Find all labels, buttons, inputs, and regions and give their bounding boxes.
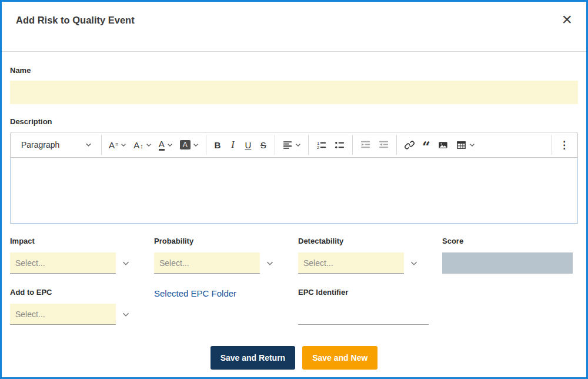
- impact-select-box: Select...: [10, 252, 116, 274]
- font-background-color-button[interactable]: A: [176, 135, 202, 154]
- heading-dropdown[interactable]: Paragraph: [15, 135, 98, 154]
- detectability-label: Detectability: [298, 237, 434, 245]
- editor-toolbar: Paragraph A≡ A↕ A A B I: [10, 132, 578, 158]
- impact-placeholder: Select...: [15, 258, 45, 268]
- probability-select-box: Select...: [154, 252, 260, 274]
- chevron-down-icon: [167, 143, 173, 147]
- fields-row-1: Impact Select... Probability Select... D…: [10, 237, 578, 274]
- name-label: Name: [10, 66, 578, 75]
- font-size-icon: A: [133, 140, 139, 150]
- insert-table-icon: [456, 139, 467, 151]
- bold-button[interactable]: B: [210, 135, 225, 154]
- overflow-icon: ⋮: [559, 140, 569, 150]
- block-quote-icon: “: [422, 144, 430, 150]
- epc-identifier-label: EPC Identifier: [298, 288, 434, 297]
- font-background-color-icon: A: [180, 140, 191, 149]
- link-icon: [404, 139, 415, 151]
- chevron-down-icon: [193, 143, 199, 147]
- epc-identifier-field: EPC Identifier: [298, 288, 434, 325]
- add-to-epc-select-box: Select...: [10, 304, 116, 325]
- rich-text-editor: Paragraph A≡ A↕ A A B I: [10, 132, 578, 224]
- chevron-down-icon: [146, 143, 152, 147]
- bulleted-list-button[interactable]: [330, 135, 349, 154]
- strikethrough-button[interactable]: S: [256, 135, 271, 154]
- chevron-down-icon: [122, 312, 130, 317]
- probability-label: Probability: [154, 237, 290, 245]
- epc-identifier-input[interactable]: [298, 304, 429, 325]
- chevron-down-icon: [121, 143, 126, 147]
- toolbar-separator: [552, 135, 552, 155]
- align-left-icon: [282, 139, 293, 150]
- toolbar-separator: [396, 135, 397, 155]
- probability-select[interactable]: Select...: [154, 252, 290, 274]
- font-family-button[interactable]: A≡: [105, 135, 130, 154]
- decrease-indent-icon: [378, 139, 389, 151]
- dialog-header: Add Risk to Quality Event ×: [2, 2, 586, 52]
- name-input[interactable]: [10, 81, 578, 104]
- increase-indent-icon: [360, 139, 371, 151]
- insert-table-button[interactable]: [452, 135, 479, 154]
- dialog-body: Name Description Paragraph A≡ A↕ A: [2, 52, 586, 370]
- numbered-list-icon: 12: [316, 139, 327, 151]
- font-size-marks: ↕: [140, 143, 143, 149]
- underline-icon: U: [245, 141, 251, 149]
- link-button[interactable]: [400, 135, 419, 154]
- score-label: Score: [442, 237, 578, 245]
- bulleted-list-icon: [334, 139, 345, 151]
- decrease-indent-button[interactable]: [375, 135, 393, 154]
- detectability-placeholder: Select...: [303, 258, 333, 268]
- font-color-button[interactable]: A: [155, 135, 176, 154]
- score-field: Score: [442, 237, 578, 274]
- fields-row-2: Add to EPC Select... Selected EPC Folder…: [10, 288, 578, 325]
- chevron-down-icon: [295, 143, 301, 147]
- detectability-select-box: Select...: [298, 252, 404, 274]
- row2-spacer: [442, 288, 578, 325]
- detectability-field: Detectability Select...: [298, 237, 434, 274]
- font-size-button[interactable]: A↕: [130, 135, 155, 154]
- font-color-icon: A: [159, 139, 165, 151]
- add-to-epc-select[interactable]: Select...: [10, 304, 146, 325]
- dialog-actions: Save and Return Save and New: [10, 346, 578, 370]
- impact-select[interactable]: Select...: [10, 252, 146, 274]
- toolbar-separator: [275, 135, 275, 155]
- svg-text:2: 2: [317, 145, 319, 150]
- italic-button[interactable]: I: [225, 135, 240, 154]
- insert-image-icon: [437, 139, 449, 151]
- probability-placeholder: Select...: [159, 258, 189, 268]
- editor-content[interactable]: [10, 158, 578, 224]
- chevron-down-icon: [85, 142, 92, 147]
- save-and-return-button[interactable]: Save and Return: [211, 346, 295, 370]
- page-title: Add Risk to Quality Event: [16, 15, 135, 26]
- toolbar-separator: [308, 135, 309, 155]
- text-alignment-button[interactable]: [279, 135, 305, 154]
- detectability-select[interactable]: Select...: [298, 252, 434, 274]
- toolbar-separator: [352, 135, 353, 155]
- score-value-box: [442, 252, 573, 274]
- toolbar-separator: [101, 135, 102, 155]
- insert-image-button[interactable]: [434, 135, 452, 154]
- impact-label: Impact: [10, 237, 146, 245]
- close-icon[interactable]: ×: [558, 12, 576, 26]
- description-label: Description: [10, 117, 578, 126]
- numbered-list-button[interactable]: 12: [312, 135, 330, 154]
- strikethrough-icon: S: [260, 141, 266, 149]
- block-quote-button[interactable]: “: [419, 135, 434, 154]
- italic-icon: I: [231, 140, 234, 149]
- underline-button[interactable]: U: [240, 135, 256, 154]
- selected-epc-folder-link[interactable]: Selected EPC Folder: [154, 288, 236, 298]
- toolbar-separator: [206, 135, 206, 155]
- font-family-icon: A: [109, 140, 115, 150]
- font-family-marks: ≡: [115, 142, 118, 147]
- chevron-down-icon: [122, 261, 130, 266]
- impact-field: Impact Select...: [10, 237, 146, 274]
- bold-icon: B: [214, 141, 220, 149]
- probability-field: Probability Select...: [154, 237, 290, 274]
- save-and-new-button[interactable]: Save and New: [302, 346, 377, 370]
- add-to-epc-label: Add to EPC: [10, 288, 146, 297]
- chevron-down-icon: [469, 143, 475, 147]
- show-more-items-button[interactable]: ⋮: [556, 135, 573, 154]
- add-to-epc-placeholder: Select...: [15, 310, 45, 319]
- increase-indent-button[interactable]: [356, 135, 375, 154]
- heading-dropdown-value: Paragraph: [21, 140, 59, 149]
- selected-epc-folder-cell: Selected EPC Folder: [154, 288, 290, 325]
